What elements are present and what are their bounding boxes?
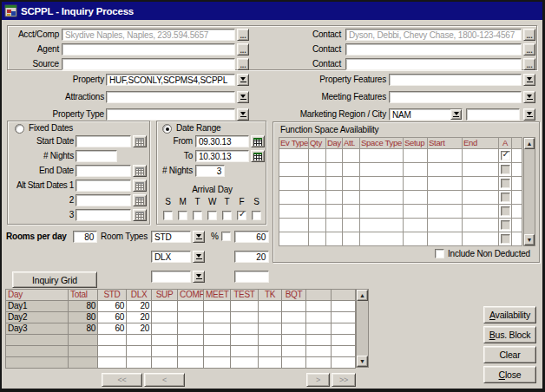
meeting-features-field[interactable] (389, 91, 522, 103)
grid-cell[interactable] (306, 335, 332, 346)
alt-start-date-1-field[interactable] (76, 180, 131, 192)
grid-cell[interactable] (178, 346, 204, 357)
fsa-cell[interactable] (428, 191, 463, 205)
property-features-dropdown-button[interactable] (523, 74, 535, 86)
fsa-cell[interactable] (404, 149, 428, 163)
availability-button[interactable]: Availability (483, 306, 536, 323)
fsa-cell[interactable] (512, 163, 522, 177)
grid-scrollbar[interactable]: ▲ ▼ (356, 289, 369, 368)
agent-field[interactable] (62, 43, 235, 56)
from-calendar-button[interactable] (251, 135, 265, 147)
grid-cell[interactable] (282, 301, 306, 312)
grid-cell[interactable] (306, 323, 332, 335)
room-type-2-dropdown-button[interactable] (193, 251, 205, 263)
fsa-cell[interactable] (499, 205, 512, 219)
grid-cell[interactable] (259, 335, 282, 346)
fsa-cell[interactable] (279, 177, 309, 191)
grid-cell[interactable] (204, 323, 231, 335)
fsa-cell[interactable] (404, 191, 428, 205)
grid-cell[interactable]: 20 (127, 301, 152, 312)
fsa-cell[interactable] (279, 163, 309, 177)
grid-cell[interactable]: 80 (69, 301, 98, 312)
fsa-cell[interactable] (309, 219, 326, 232)
arrival-day-checkbox-1[interactable] (178, 211, 187, 220)
fsa-availability-checkbox[interactable] (501, 165, 510, 174)
grid-cell[interactable] (178, 301, 204, 312)
fsa-cell[interactable] (463, 177, 499, 191)
marketing-city-field[interactable] (466, 108, 520, 121)
fsa-cell[interactable] (309, 205, 326, 219)
fsa-cell[interactable] (404, 205, 428, 219)
inquiry-grid-button[interactable]: Inquiry Grid (12, 271, 97, 288)
grid-cell[interactable] (282, 335, 306, 346)
grid-cell[interactable] (332, 357, 356, 369)
fsa-cell[interactable] (499, 232, 512, 246)
fsa-cell[interactable] (499, 163, 512, 177)
grid-cell[interactable] (332, 301, 356, 312)
fsa-cell[interactable] (404, 177, 428, 191)
grid-cell[interactable] (332, 323, 356, 335)
date-range-radio[interactable] (162, 124, 172, 134)
room-count-field-1[interactable]: 60 (234, 231, 269, 243)
fsa-cell[interactable] (343, 205, 360, 219)
grid-cell[interactable] (98, 346, 127, 357)
grid-cell[interactable] (98, 357, 127, 369)
arrival-day-checkbox-0[interactable] (163, 211, 173, 220)
fixed-dates-radio[interactable] (15, 124, 24, 134)
close-button[interactable]: Close (483, 366, 536, 383)
grid-cell[interactable] (259, 301, 282, 312)
fsa-cell[interactable] (309, 191, 326, 205)
grid-cell[interactable] (306, 346, 332, 357)
last-page-button[interactable]: >> (332, 373, 356, 387)
fsa-cell[interactable] (428, 163, 463, 177)
property-features-field[interactable] (389, 74, 522, 86)
attractions-dropdown-button[interactable] (237, 91, 249, 103)
room-type-1-dropdown-button[interactable] (193, 231, 205, 243)
marketing-region-field[interactable]: NAM (389, 108, 463, 121)
fsa-cell[interactable] (343, 232, 360, 246)
fsa-cell[interactable] (279, 191, 309, 205)
first-page-button[interactable]: << (102, 373, 142, 387)
room-type-3-dropdown-button[interactable] (193, 271, 205, 283)
arrival-day-checkbox-4[interactable] (222, 211, 232, 220)
fsa-cell[interactable] (499, 219, 512, 232)
fsa-cell[interactable] (512, 205, 522, 219)
grid-cell[interactable] (69, 357, 98, 369)
grid-cell[interactable] (259, 346, 282, 357)
arrival-day-checkbox-3[interactable] (207, 211, 217, 220)
fsa-cell[interactable] (309, 232, 326, 246)
arrival-day-checkbox-2[interactable] (193, 211, 202, 220)
fsa-scrollbar[interactable]: ▲ ▼ (523, 137, 535, 246)
arrival-day-checkbox-6[interactable] (252, 211, 261, 220)
fsa-cell[interactable] (360, 191, 404, 205)
contact-2-lookup-button[interactable]: ... (523, 43, 535, 56)
marketing-city-dropdown-button[interactable] (523, 108, 535, 121)
fsa-cell[interactable] (360, 219, 404, 232)
fsa-cell[interactable] (343, 219, 360, 232)
grid-cell[interactable] (6, 357, 69, 369)
room-type-field-3[interactable] (151, 271, 191, 283)
fsa-cell[interactable] (326, 149, 343, 163)
grid-cell[interactable] (306, 312, 332, 323)
fsa-cell[interactable] (499, 191, 512, 205)
grid-cell[interactable] (6, 335, 69, 346)
grid-cell[interactable] (332, 335, 356, 346)
alt-start-date-2-calendar-button[interactable] (133, 194, 147, 206)
fsa-cell[interactable] (463, 191, 499, 205)
grid-cell[interactable] (231, 357, 259, 369)
scroll-down-button[interactable]: ▼ (524, 234, 535, 245)
attractions-field[interactable] (106, 91, 235, 103)
fsa-cell[interactable] (428, 205, 463, 219)
fsa-cell[interactable] (343, 149, 360, 163)
scroll-up-button[interactable]: ▲ (357, 290, 368, 301)
alt-start-date-2-field[interactable] (76, 194, 131, 206)
start-date-field[interactable] (76, 135, 131, 147)
fsa-cell[interactable] (343, 177, 360, 191)
grid-cell[interactable] (259, 357, 282, 369)
grid-cell[interactable]: 80 (69, 323, 98, 335)
prev-page-button[interactable]: < (144, 373, 185, 387)
fsa-cell[interactable] (360, 163, 404, 177)
acct-comp-lookup-button[interactable]: ... (237, 29, 249, 41)
grid-cell[interactable] (152, 346, 178, 357)
grid-cell[interactable]: Day2 (6, 312, 69, 323)
